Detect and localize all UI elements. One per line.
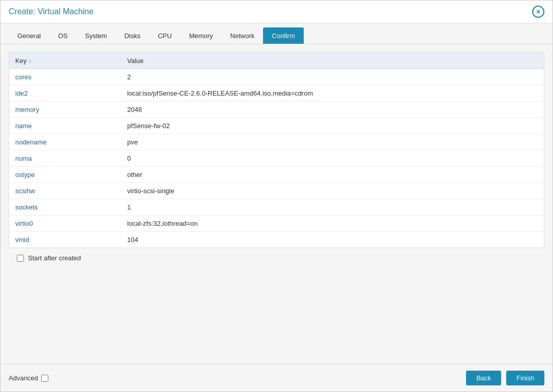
table-row: numa0 [9,150,544,167]
close-button[interactable]: × [532,6,544,18]
tab-os[interactable]: OS [49,27,76,44]
table-cell-value: 0 [121,150,544,167]
table-cell-key: sockets [9,199,121,216]
key-column-header: Key↑ [9,53,121,69]
table-row: memory2048 [9,102,544,118]
table-cell-value: other [121,167,544,183]
tab-memory[interactable]: Memory [181,27,222,44]
dialog-header: Create: Virtual Machine × [1,1,552,23]
table-row: namepfSense-fw-02 [9,118,544,134]
table-cell-key: nodename [9,134,121,150]
table-row: scsihwvirtio-scsi-single [9,183,544,199]
start-after-created-checkbox[interactable] [17,255,24,262]
table-cell-value: 1 [121,199,544,216]
tab-system[interactable]: System [76,27,115,44]
table-cell-value: local:iso/pfSense-CE-2.6.0-RELEASE-amd64… [121,85,544,102]
confirm-table: Key↑ Value cores2ide2local:iso/pfSense-C… [9,53,544,248]
tab-bar: General OS System Disks CPU Memory Netwo… [1,23,552,44]
table-cell-key: cores [9,69,121,85]
create-vm-dialog: Create: Virtual Machine × General OS Sys… [0,0,553,392]
table-cell-value: virtio-scsi-single [121,183,544,199]
table-cell-key: vmid [9,232,121,248]
start-after-created-label[interactable]: Start after created [28,254,81,262]
table-cell-value: 104 [121,232,544,248]
table-cell-key: memory [9,102,121,118]
table-cell-value: 2048 [121,102,544,118]
tab-network[interactable]: Network [222,27,264,44]
table-row: sockets1 [9,199,544,216]
dialog-footer: Advanced Back Finish [1,364,552,391]
value-column-header: Value [121,53,544,69]
table-cell-key: virtio0 [9,216,121,232]
tab-confirm[interactable]: Confirm [263,27,304,44]
table-cell-key: name [9,118,121,134]
table-row: ostypeother [9,167,544,183]
advanced-section: Advanced [9,374,48,382]
tab-cpu[interactable]: CPU [149,27,180,44]
table-cell-value: pfSense-fw-02 [121,118,544,134]
table-cell-key: ostype [9,167,121,183]
finish-button[interactable]: Finish [506,371,544,385]
table-row: nodenamepve [9,134,544,150]
table-cell-key: numa [9,150,121,167]
tab-disks[interactable]: Disks [115,27,149,44]
table-cell-value: local-zfs:32,iothread=on [121,216,544,232]
table-cell-value: pve [121,134,544,150]
back-button[interactable]: Back [466,371,501,385]
table-row: vmid104 [9,232,544,248]
start-after-created-row: Start after created [9,248,544,268]
table-cell-key: ide2 [9,85,121,102]
advanced-label: Advanced [9,374,38,382]
table-row: cores2 [9,69,544,85]
tab-content: Key↑ Value cores2ide2local:iso/pfSense-C… [1,44,552,364]
dialog-title: Create: Virtual Machine [9,7,94,16]
table-row: ide2local:iso/pfSense-CE-2.6.0-RELEASE-a… [9,85,544,102]
sort-arrow: ↑ [28,58,32,64]
confirm-table-container: Key↑ Value cores2ide2local:iso/pfSense-C… [9,52,544,248]
advanced-checkbox[interactable] [41,375,48,382]
table-cell-key: scsihw [9,183,121,199]
table-row: virtio0local-zfs:32,iothread=on [9,216,544,232]
tab-general[interactable]: General [9,27,49,44]
table-cell-value: 2 [121,69,544,85]
